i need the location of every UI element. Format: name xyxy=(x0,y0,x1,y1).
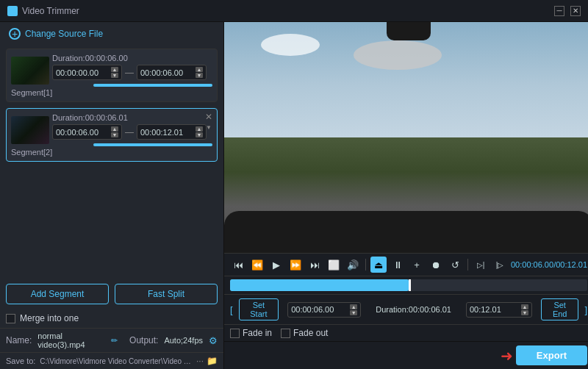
segment-2-end-down[interactable]: ▼ xyxy=(196,132,203,137)
segment-1-end-up[interactable]: ▲ xyxy=(196,67,203,72)
save-folder-icon[interactable]: 📁 xyxy=(207,356,218,366)
segment-1-row: Duration:00:00:06.00 ▲ ▼ — xyxy=(11,54,212,87)
segment-1-progress-container xyxy=(93,84,212,87)
end-time-input[interactable] xyxy=(470,305,521,314)
end-time-wrapper[interactable]: ▲ ▼ xyxy=(466,302,532,318)
segment-2-start-wrapper[interactable]: ▲ ▼ xyxy=(52,124,122,140)
file-name-label: Name: xyxy=(6,335,32,345)
record-button[interactable]: ⏺ xyxy=(428,257,444,273)
volume-button[interactable]: 🔊 xyxy=(345,257,361,273)
segment-2-label: Segment[2] xyxy=(11,148,212,157)
clip-start-button[interactable]: ▷| xyxy=(473,257,489,273)
timeline-track[interactable] xyxy=(230,279,587,291)
clip-end-button[interactable]: |▷ xyxy=(492,257,508,273)
timeline-handle[interactable] xyxy=(409,279,411,291)
start-time-wrapper[interactable]: ▲ ▼ xyxy=(287,302,361,318)
app-title: Video Trimmer xyxy=(22,6,79,16)
output-value: Auto;24fps xyxy=(164,336,203,345)
segment-2-thumb xyxy=(11,116,49,144)
play-button[interactable]: ▶ xyxy=(268,257,284,273)
timeline-fill xyxy=(230,279,409,291)
segment-1-dash: — xyxy=(125,68,134,78)
export-button[interactable]: Export xyxy=(516,345,587,365)
fast-forward-button[interactable]: ⏩ xyxy=(287,257,304,273)
output-label: Output: xyxy=(129,335,158,345)
start-down[interactable]: ▼ xyxy=(350,310,357,315)
start-time-input[interactable] xyxy=(291,305,350,314)
end-up[interactable]: ▲ xyxy=(521,304,528,309)
loop-button[interactable]: ⏏ xyxy=(370,257,387,273)
segment-2-start-down[interactable]: ▼ xyxy=(111,132,118,137)
segment-1-start-down[interactable]: ▼ xyxy=(111,73,118,78)
save-row: Save to: C:\Vidmore\Vidmore Video Conver… xyxy=(0,352,223,369)
bracket-close: ] xyxy=(584,304,587,315)
set-end-button[interactable]: Set End xyxy=(541,298,578,320)
left-panel: + Change Source File Duration:00:00:06.0… xyxy=(0,22,224,369)
fast-split-button[interactable]: Fast Split xyxy=(115,284,218,304)
fade-out-checkbox[interactable] xyxy=(281,329,290,338)
main-container: + Change Source File Duration:00:00:06.0… xyxy=(0,22,588,369)
arrow-icon: ➜ xyxy=(501,347,513,365)
settings-icon[interactable]: ⚙ xyxy=(209,335,218,346)
segment-2-end-up[interactable]: ▲ xyxy=(196,126,203,132)
change-source-label: Change Source File xyxy=(25,29,103,39)
skip-back-button[interactable]: ⏮ xyxy=(230,257,246,273)
bottom-buttons: Add Segment Fast Split xyxy=(0,278,223,310)
segment-1-start-input[interactable] xyxy=(56,68,111,77)
title-bar: Video Trimmer ─ ✕ xyxy=(0,0,588,22)
segment-1-info: Duration:00:00:06.00 ▲ ▼ — xyxy=(52,54,212,87)
segment-2-times: ▲ ▼ — ▲ ▼ xyxy=(52,124,212,140)
rewind-button[interactable]: ⏪ xyxy=(249,257,265,273)
segment-1-start-wrapper[interactable]: ▲ ▼ xyxy=(52,65,122,80)
time-display: 00:00:06.00/00:12.01 xyxy=(511,260,587,269)
fade-in-checkbox[interactable] xyxy=(230,329,240,338)
duration-value: Duration:00:00:06.01 xyxy=(376,305,451,314)
rotate-button[interactable]: ↺ xyxy=(447,257,463,273)
minimize-button[interactable]: ─ xyxy=(554,6,564,16)
dashboard xyxy=(224,211,588,253)
cloud2 xyxy=(354,40,442,70)
save-path-value: C:\Vidmore\Vidmore Video Converter\Video… xyxy=(40,357,192,365)
segment-2-start-spin: ▲ ▼ xyxy=(111,126,118,137)
segment-2-row: Duration:00:00:06.01 ▲ ▼ — xyxy=(11,113,212,146)
segment-1-end-input[interactable] xyxy=(140,68,196,77)
merge-row: Merge into one xyxy=(0,310,223,328)
add-segment-button[interactable]: Add Segment xyxy=(6,284,109,304)
add-clip-button[interactable]: + xyxy=(409,257,425,273)
change-source-row[interactable]: + Change Source File xyxy=(0,22,223,46)
timeline-area[interactable] xyxy=(224,276,588,294)
current-time: 00:00:06.00 xyxy=(511,260,553,269)
segment-1-end-wrapper[interactable]: ▲ ▼ xyxy=(137,65,207,80)
edit-icon[interactable]: ✏ xyxy=(111,336,118,345)
end-down[interactable]: ▼ xyxy=(521,310,528,315)
segment-2-end-wrapper[interactable]: ▲ ▼ xyxy=(137,124,207,140)
crop-button[interactable]: ⬜ xyxy=(326,257,342,273)
merge-checkbox[interactable] xyxy=(6,314,15,323)
segment-2-progress-container xyxy=(93,143,212,146)
segment-1-label: Segment[1] xyxy=(11,88,212,97)
merge-label: Merge into one xyxy=(20,313,79,323)
segment-item-2: ✕ ▼ Duration:00:00:06.01 ▲ ▼ xyxy=(6,108,218,162)
segment-2-start-input[interactable] xyxy=(56,128,111,137)
segment-2-end-input[interactable] xyxy=(140,128,196,137)
title-bar-controls: ─ ✕ xyxy=(554,6,581,16)
segment-1-start-up[interactable]: ▲ xyxy=(111,67,118,72)
segment-2-start-up[interactable]: ▲ xyxy=(111,126,118,132)
start-up[interactable]: ▲ xyxy=(350,304,357,309)
file-name-value: normal video(3).mp4 xyxy=(37,332,105,349)
segment-2-dash: — xyxy=(125,127,134,137)
fade-in-label: Fade in xyxy=(243,328,272,338)
segment-1-start-spin: ▲ ▼ xyxy=(111,67,118,78)
rearview-mirror xyxy=(387,22,431,40)
segment-2-expand-button[interactable]: ▼ xyxy=(204,122,214,132)
set-start-button[interactable]: Set Start xyxy=(239,298,279,320)
road-scene xyxy=(224,22,588,253)
skip-forward-button[interactable]: ⏭ xyxy=(306,257,323,273)
segments-area: Duration:00:00:06.00 ▲ ▼ — xyxy=(0,46,223,278)
pause-button[interactable]: ⏸ xyxy=(390,257,406,273)
segment-2-end-spin: ▲ ▼ xyxy=(196,126,203,137)
segment-1-end-down[interactable]: ▼ xyxy=(196,73,203,78)
save-more-icon[interactable]: ··· xyxy=(196,356,204,366)
close-button[interactable]: ✕ xyxy=(570,6,581,16)
segment-2-close-button[interactable]: ✕ xyxy=(204,112,214,122)
